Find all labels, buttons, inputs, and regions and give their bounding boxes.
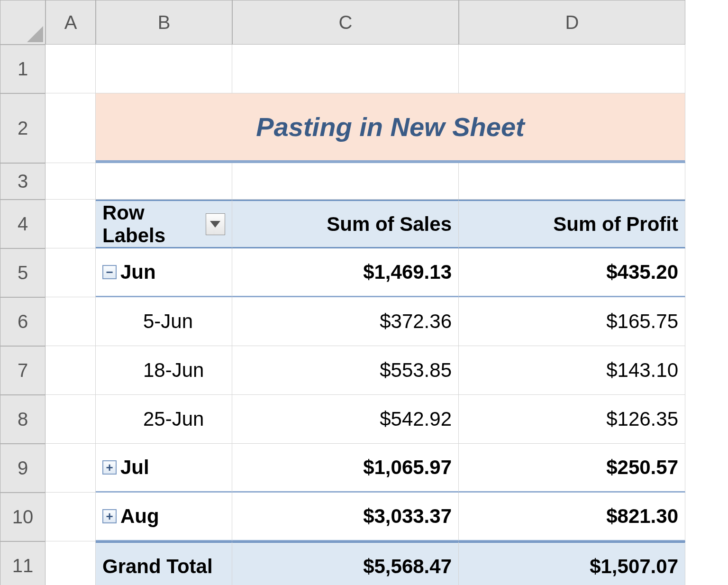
col-header-D[interactable]: D bbox=[459, 0, 685, 45]
expand-icon[interactable]: + bbox=[102, 509, 117, 523]
cell-A10[interactable] bbox=[46, 493, 96, 541]
row-header-7[interactable]: 7 bbox=[0, 346, 46, 395]
pivot-group-jul-profit[interactable]: $250.57 bbox=[459, 444, 685, 493]
row-header-5[interactable]: 5 bbox=[0, 248, 46, 297]
cell-A7[interactable] bbox=[46, 346, 96, 395]
cell-A3[interactable] bbox=[46, 163, 96, 200]
pivot-detail-25jun-sales[interactable]: $542.92 bbox=[232, 395, 459, 444]
svg-marker-0 bbox=[27, 26, 43, 42]
pivot-detail-25jun-profit[interactable]: $126.35 bbox=[459, 395, 685, 444]
cell-D1[interactable] bbox=[459, 45, 685, 93]
row-header-3[interactable]: 3 bbox=[0, 163, 46, 200]
cell-A9[interactable] bbox=[46, 444, 96, 493]
chevron-down-icon bbox=[210, 221, 220, 228]
row-header-8[interactable]: 8 bbox=[0, 395, 46, 444]
cell-C3[interactable] bbox=[232, 163, 459, 200]
cell-A6[interactable] bbox=[46, 297, 96, 346]
pivot-group-jun[interactable]: − Jun bbox=[96, 248, 232, 297]
row-header-4[interactable]: 4 bbox=[0, 200, 46, 248]
row-header-1[interactable]: 1 bbox=[0, 45, 46, 93]
pivot-header-row-labels-text: Row Labels bbox=[102, 201, 201, 247]
cell-B3[interactable] bbox=[96, 163, 232, 200]
cell-C1[interactable] bbox=[232, 45, 459, 93]
pivot-group-aug-sales[interactable]: $3,033.37 bbox=[232, 493, 459, 541]
pivot-header-profit[interactable]: Sum of Profit bbox=[459, 200, 685, 248]
pivot-group-aug-label: Aug bbox=[120, 505, 159, 528]
pivot-header-row-labels[interactable]: Row Labels bbox=[96, 200, 232, 248]
pivot-group-aug-profit[interactable]: $821.30 bbox=[459, 493, 685, 541]
cell-A2[interactable] bbox=[46, 93, 96, 163]
pivot-detail-5jun-sales[interactable]: $372.36 bbox=[232, 297, 459, 346]
cell-A8[interactable] bbox=[46, 395, 96, 444]
row-header-9[interactable]: 9 bbox=[0, 444, 46, 493]
pivot-detail-25jun-label[interactable]: 25-Jun bbox=[96, 395, 232, 444]
pivot-group-jun-sales[interactable]: $1,469.13 bbox=[232, 248, 459, 297]
row-header-2[interactable]: 2 bbox=[0, 93, 46, 163]
select-all-corner[interactable] bbox=[0, 0, 46, 45]
collapse-icon[interactable]: − bbox=[102, 265, 117, 279]
cell-A11[interactable] bbox=[46, 541, 96, 585]
col-header-A[interactable]: A bbox=[46, 0, 96, 45]
cell-D3[interactable] bbox=[459, 163, 685, 200]
col-header-B[interactable]: B bbox=[96, 0, 232, 45]
row-header-11[interactable]: 11 bbox=[0, 541, 46, 585]
cell-A1[interactable] bbox=[46, 45, 96, 93]
pivot-group-aug[interactable]: + Aug bbox=[96, 493, 232, 541]
pivot-group-jul-sales[interactable]: $1,065.97 bbox=[232, 444, 459, 493]
pivot-group-jun-profit[interactable]: $435.20 bbox=[459, 248, 685, 297]
expand-icon[interactable]: + bbox=[102, 460, 117, 475]
pivot-grand-total-sales[interactable]: $5,568.47 bbox=[232, 541, 459, 585]
pivot-detail-5jun-profit[interactable]: $165.75 bbox=[459, 297, 685, 346]
pivot-group-jul[interactable]: + Jul bbox=[96, 444, 232, 493]
cell-A5[interactable] bbox=[46, 248, 96, 297]
row-header-10[interactable]: 10 bbox=[0, 493, 46, 541]
pivot-group-jun-label: Jun bbox=[120, 261, 156, 283]
pivot-grand-total-profit[interactable]: $1,507.07 bbox=[459, 541, 685, 585]
pivot-filter-dropdown[interactable] bbox=[206, 213, 225, 235]
pivot-header-sales[interactable]: Sum of Sales bbox=[232, 200, 459, 248]
row-header-6[interactable]: 6 bbox=[0, 297, 46, 346]
cell-B1[interactable] bbox=[96, 45, 232, 93]
pivot-detail-18jun-sales[interactable]: $553.85 bbox=[232, 346, 459, 395]
pivot-detail-18jun-profit[interactable]: $143.10 bbox=[459, 346, 685, 395]
pivot-group-jul-label: Jul bbox=[120, 456, 149, 479]
pivot-grand-total-label[interactable]: Grand Total bbox=[96, 541, 232, 585]
cell-A4[interactable] bbox=[46, 200, 96, 248]
spreadsheet-grid: A B C D 1 2 Pasting in New Sheet 3 4 Row… bbox=[0, 0, 728, 585]
pivot-detail-18jun-label[interactable]: 18-Jun bbox=[96, 346, 232, 395]
svg-marker-1 bbox=[210, 221, 220, 228]
title-cell[interactable]: Pasting in New Sheet bbox=[96, 93, 685, 163]
col-header-C[interactable]: C bbox=[232, 0, 459, 45]
pivot-detail-5jun-label[interactable]: 5-Jun bbox=[96, 297, 232, 346]
